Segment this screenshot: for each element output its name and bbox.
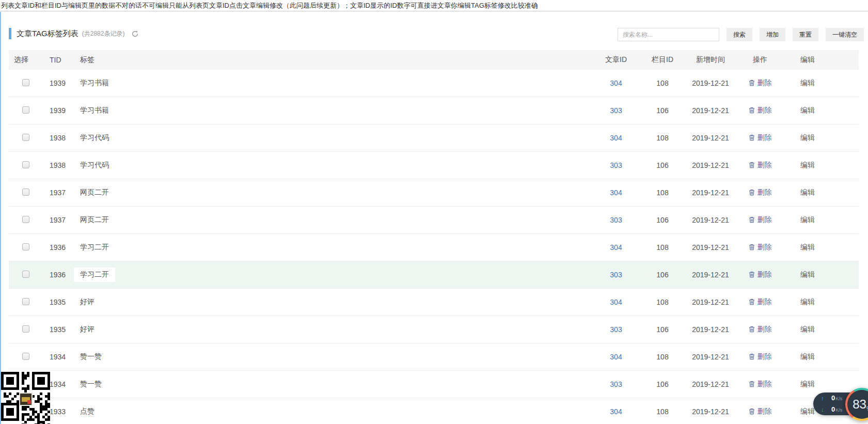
upload-value: 0 [831, 393, 835, 403]
page-header: 文章TAG标签列表 (共2882条记录) [9, 26, 139, 41]
row-delete-label: 删除 [757, 297, 772, 307]
header-select: 选择 [9, 55, 50, 65]
row-checkbox[interactable] [22, 79, 29, 86]
row-edit-link[interactable]: 编辑 [800, 106, 815, 114]
row-article-id-link[interactable]: 304 [610, 407, 622, 416]
row-column-id: 108 [639, 79, 686, 87]
row-delete-label: 删除 [757, 78, 772, 88]
row-edit-link[interactable]: 编辑 [800, 243, 815, 251]
row-delete-link[interactable]: 删除 [749, 270, 772, 279]
row-article-id-link[interactable]: 303 [610, 216, 622, 224]
record-count: (共2882条记录) [82, 29, 125, 38]
row-article-id-link[interactable]: 304 [610, 134, 622, 142]
row-date: 2019-12-21 [686, 298, 735, 306]
row-checkbox[interactable] [22, 161, 29, 168]
row-edit-link[interactable]: 编辑 [800, 352, 815, 360]
row-checkbox[interactable] [22, 189, 29, 196]
trash-icon [749, 326, 755, 333]
download-arrow-icon: ↓ [821, 405, 831, 415]
row-column-id: 108 [639, 298, 686, 306]
row-edit-link[interactable]: 编辑 [800, 297, 815, 306]
row-delete-link[interactable]: 删除 [749, 78, 772, 88]
row-column-id: 108 [639, 407, 686, 416]
row-delete-link[interactable]: 删除 [749, 407, 772, 416]
row-checkbox[interactable] [22, 298, 29, 305]
row-delete-link[interactable]: 删除 [749, 215, 772, 225]
row-article-id-link[interactable]: 303 [610, 325, 622, 334]
row-delete-link[interactable]: 删除 [749, 133, 772, 143]
row-edit-link[interactable]: 编辑 [800, 78, 815, 87]
row-article-id-link[interactable]: 304 [610, 79, 622, 87]
row-edit-link[interactable]: 编辑 [800, 380, 815, 388]
row-date: 2019-12-21 [686, 407, 735, 416]
search-input[interactable] [618, 28, 719, 41]
row-tag-label: 学习代码 [80, 161, 109, 169]
search-button[interactable]: 搜索 [727, 28, 752, 41]
row-column-id: 106 [639, 161, 686, 169]
clear-all-button[interactable]: 一键清空 [826, 28, 864, 41]
table-row: 1935 好评 303 106 2019-12-21 删除 编辑 [9, 316, 859, 343]
trash-icon [749, 134, 755, 141]
row-tag-label: 学习二开 [74, 268, 115, 282]
row-article-id-link[interactable]: 303 [610, 271, 622, 279]
row-article-id-link[interactable]: 304 [610, 353, 622, 361]
row-delete-link[interactable]: 删除 [749, 380, 772, 389]
row-article-id-link[interactable]: 304 [610, 189, 622, 197]
notice-bar: 列表文章ID和栏目ID与编辑页里的数据不对的话不可编辑只能从列表页文章ID点击文… [0, 0, 868, 11]
row-checkbox[interactable] [22, 134, 29, 141]
row-delete-link[interactable]: 删除 [749, 243, 772, 252]
trash-icon [749, 216, 755, 223]
page-title: 文章TAG标签列表 [17, 29, 78, 39]
row-column-id: 106 [639, 325, 686, 334]
row-delete-label: 删除 [757, 133, 772, 143]
row-delete-link[interactable]: 删除 [749, 161, 772, 170]
row-article-id-link[interactable]: 303 [610, 106, 622, 115]
row-edit-link[interactable]: 编辑 [800, 188, 815, 196]
row-edit-link[interactable]: 编辑 [800, 215, 815, 224]
row-delete-link[interactable]: 删除 [749, 106, 772, 115]
title-accent-bar [9, 28, 11, 39]
refresh-icon[interactable] [131, 30, 139, 38]
table-row: 1934 赞一赞 303 106 2019-12-21 删除 编辑 [9, 371, 859, 398]
row-checkbox[interactable] [22, 271, 29, 278]
row-delete-link[interactable]: 删除 [749, 297, 772, 307]
trash-icon [749, 381, 755, 387]
table-row: 1936 学习二开 304 108 2019-12-21 删除 编辑 [9, 234, 859, 261]
row-tid: 1934 [50, 380, 80, 388]
row-edit-link[interactable]: 编辑 [800, 407, 815, 415]
row-checkbox[interactable] [22, 243, 29, 250]
row-article-id-link[interactable]: 304 [610, 298, 622, 306]
row-checkbox[interactable] [22, 353, 29, 360]
table-row: 1933 点赞 304 108 2019-12-21 删除 编辑 [9, 398, 859, 424]
toolbar: 搜索 增加 重置 一键清空 [618, 27, 864, 42]
row-edit-link[interactable]: 编辑 [800, 325, 815, 333]
header-actions: 操作 [735, 55, 785, 65]
table-row: 1938 学习代码 304 108 2019-12-21 删除 编辑 [9, 124, 859, 152]
row-delete-link[interactable]: 删除 [749, 188, 772, 197]
trash-icon [749, 408, 755, 415]
row-edit-link[interactable]: 编辑 [800, 270, 815, 278]
row-delete-link[interactable]: 删除 [749, 325, 772, 334]
row-checkbox[interactable] [22, 106, 29, 114]
row-delete-label: 删除 [757, 380, 772, 389]
add-button[interactable]: 增加 [760, 28, 785, 41]
row-article-id-link[interactable]: 304 [610, 243, 622, 252]
row-column-id: 106 [639, 271, 686, 279]
table-row: 1937 网页二开 303 106 2019-12-21 删除 编辑 [9, 207, 859, 234]
row-checkbox[interactable] [22, 216, 29, 223]
row-date: 2019-12-21 [686, 106, 735, 115]
row-article-id-link[interactable]: 303 [610, 161, 622, 169]
row-article-id-link[interactable]: 303 [610, 380, 622, 388]
reset-button[interactable]: 重置 [793, 28, 818, 41]
row-column-id: 106 [639, 380, 686, 388]
row-column-id: 106 [639, 216, 686, 224]
row-date: 2019-12-21 [686, 271, 735, 279]
row-tid: 1939 [50, 79, 80, 87]
row-checkbox[interactable] [22, 325, 29, 333]
trash-icon [749, 353, 755, 360]
row-edit-link[interactable]: 编辑 [800, 133, 815, 142]
row-delete-link[interactable]: 删除 [749, 352, 772, 362]
row-tag-label: 赞一赞 [80, 352, 102, 360]
row-date: 2019-12-21 [686, 161, 735, 169]
row-edit-link[interactable]: 编辑 [800, 161, 815, 169]
